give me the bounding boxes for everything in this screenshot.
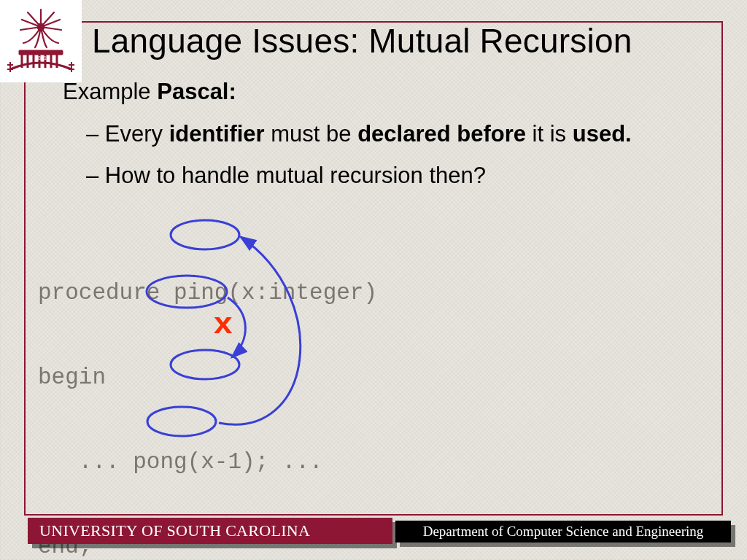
university-banner: UNIVERSITY OF SOUTH CAROLINA <box>28 518 392 544</box>
code-block: procedure ping(x:integer) begin ... pong… <box>38 222 377 560</box>
svg-rect-8 <box>19 50 63 55</box>
example-prefix: Example <box>63 79 157 104</box>
code-line: begin <box>38 364 377 392</box>
code-line: procedure ping(x:integer) <box>38 279 377 308</box>
error-x-icon: x <box>214 306 233 341</box>
bullet-1: Every identifier must be declared before… <box>107 118 676 149</box>
university-logo: 1801 <box>0 0 82 82</box>
example-line: Example Pascal: <box>63 79 705 105</box>
svg-text:1801: 1801 <box>35 55 47 61</box>
code-line: ... pong(x-1); ... <box>38 448 377 477</box>
department-banner: Department of Computer Science and Engin… <box>395 521 731 542</box>
example-lang: Pascal: <box>157 79 236 104</box>
page-title: Language Issues: Mutual Recursion <box>92 21 727 61</box>
bullet-2: How to handle mutual recursion then? <box>107 160 676 191</box>
content-area: Example Pascal: Every identifier must be… <box>63 79 705 202</box>
